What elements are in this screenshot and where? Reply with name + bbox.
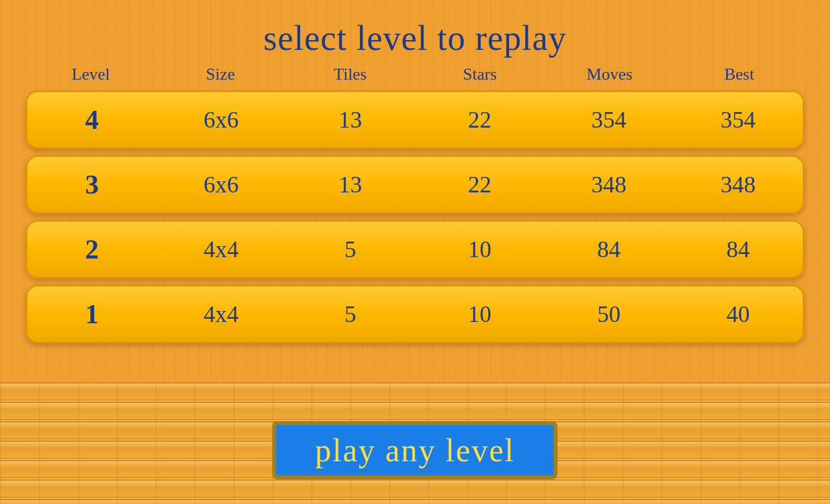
play-button-wrapper[interactable]: play any level [272,421,558,479]
row-cell-best: 354 [674,106,803,133]
row-cell-best: 40 [674,301,803,328]
row-cell-stars: 10 [415,301,544,328]
header-moves: Moves [545,65,674,84]
row-cell-best: 348 [674,171,803,198]
row-cell-level: 4 [27,104,156,135]
row-cell-level: 1 [27,299,156,330]
row-cell-level: 2 [27,234,156,265]
table-row[interactable]: 24x45108484 [26,220,804,279]
row-cell-tiles: 5 [286,301,415,328]
row-cell-stars: 22 [415,106,544,133]
table-row[interactable]: 36x61322348348 [26,155,804,214]
row-cell-tiles: 13 [286,171,415,198]
table-row[interactable]: 46x61322354354 [26,91,804,149]
header-stars: Stars [415,65,545,84]
table-header: Level Size Tiles Stars Moves Best [26,65,804,84]
level-rows-container: 46x6132235435436x6132234834824x451084841… [26,91,804,343]
row-cell-stars: 22 [415,171,544,198]
page-title: select level to replay [0,18,830,58]
row-cell-size: 6x6 [156,171,285,198]
row-cell-size: 6x6 [156,106,285,133]
table-row[interactable]: 14x45105040 [26,285,804,343]
header-level: Level [26,65,156,84]
row-cell-moves: 84 [544,236,673,263]
row-cell-tiles: 13 [286,106,415,133]
header-tiles: Tiles [285,65,415,84]
row-cell-level: 3 [27,169,156,200]
row-cell-moves: 348 [544,171,673,198]
row-cell-moves: 50 [544,301,673,328]
row-cell-moves: 354 [544,106,673,133]
header-size: Size [156,65,285,84]
header-best: Best [674,65,804,84]
row-cell-size: 4x4 [156,236,285,263]
row-cell-stars: 10 [415,236,544,263]
play-any-level-button[interactable]: play any level [276,425,554,475]
row-cell-best: 84 [674,236,803,263]
row-cell-size: 4x4 [156,301,285,328]
row-cell-tiles: 5 [286,236,415,263]
